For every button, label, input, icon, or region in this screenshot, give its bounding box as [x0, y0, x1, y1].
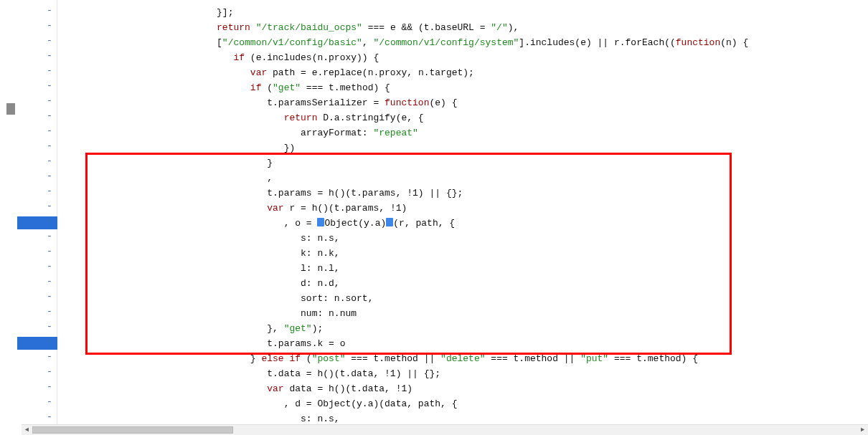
code-token: "/": [491, 22, 507, 33]
code-token: }): [284, 143, 296, 153]
code-line[interactable]: s: n.s,: [57, 231, 340, 246]
diff-minus-icon: -: [46, 125, 53, 136]
diff-minus-icon: -: [46, 321, 53, 332]
code-token: === t.method ||: [486, 353, 581, 364]
code-line[interactable]: s: n.s,: [57, 411, 340, 424]
code-token: (e) {: [429, 97, 457, 108]
diff-minus-icon: -: [46, 381, 53, 392]
code-token: , d = Object(y.a)(data, path, {: [284, 398, 458, 409]
code-line[interactable]: var data = h()(t.data, !1): [57, 381, 412, 396]
diff-minus-icon: -: [46, 201, 53, 211]
diff-minus-icon: -: [46, 411, 53, 422]
code-line[interactable]: , o = Object(y.a)(r, path, {: [57, 216, 455, 231]
code-token: D.a.stringify(e, {: [323, 113, 423, 123]
scroll-right-button[interactable]: ►: [857, 425, 868, 435]
code-line[interactable]: if ("get" === t.method) {: [57, 80, 390, 95]
scroll-thumb[interactable]: [32, 426, 233, 434]
diff-minus-icon: -: [46, 396, 53, 407]
code-line[interactable]: }: [57, 156, 273, 171]
code-token: function: [676, 37, 720, 48]
code-line[interactable]: ["/common/v1/config/basic", "/common/v1/…: [57, 35, 748, 50]
diff-minus-icon: -: [46, 186, 53, 196]
code-line[interactable]: }, "get");: [57, 321, 323, 336]
code-line[interactable]: return D.a.stringify(e, {: [57, 110, 424, 125]
code-line[interactable]: var path = e.replace(n.proxy, n.target);: [57, 65, 474, 80]
diff-minus-icon: -: [46, 110, 53, 121]
diff-minus-icon: -: [46, 366, 53, 377]
code-token: === e && (t.baseURL =: [362, 22, 491, 33]
inline-badge-icon: [317, 218, 324, 226]
code-token: [: [217, 37, 222, 48]
code-line[interactable]: t.params = h()(t.params, !1) || {};: [57, 186, 463, 201]
code-line[interactable]: var r = h()(t.params, !1): [57, 201, 407, 216]
code-line[interactable]: sort: n.sort,: [57, 291, 373, 306]
code-token: function: [385, 97, 429, 108]
code-token: var: [267, 383, 289, 394]
code-token: (n) {: [720, 37, 748, 48]
code-token: return: [284, 113, 324, 123]
code-token: s: n.s,: [301, 233, 340, 244]
code-token: s: n.s,: [301, 414, 340, 424]
diff-minus-icon: -: [46, 171, 53, 181]
code-line[interactable]: }): [57, 140, 295, 156]
code-token: if: [250, 82, 267, 93]
diff-minus-icon: -: [46, 20, 53, 31]
diff-minus-icon: -: [46, 80, 53, 91]
code-token: var: [267, 203, 289, 214]
horizontal-scrollbar[interactable]: ◄ ►: [22, 424, 868, 435]
diff-minus-icon: -: [46, 276, 53, 287]
code-line[interactable]: } else if ("post" === t.method || "delet…: [57, 351, 698, 366]
diff-minus-icon: -: [46, 261, 53, 272]
code-line[interactable]: if (e.includes(n.proxy)) {: [57, 50, 379, 65]
code-token: if: [233, 52, 250, 63]
code-token: , o =: [284, 218, 318, 229]
diff-minus-icon: -: [46, 156, 53, 166]
code-token: },: [267, 323, 283, 334]
code-token: d: n.d,: [301, 278, 340, 289]
diff-minus-icon: -: [46, 336, 53, 347]
overview-ruler-mark: [6, 103, 15, 115]
code-token: === t.method ||: [345, 353, 440, 364]
code-token: "/track/baidu_ocps": [256, 22, 362, 33]
code-token: ,: [362, 37, 374, 48]
code-token: data = h()(t.data, !1): [289, 383, 412, 394]
code-token: }];: [217, 7, 233, 18]
code-line[interactable]: return "/track/baidu_ocps" === e && (t.b…: [57, 20, 519, 35]
code-line[interactable]: t.data = h()(t.data, !1) || {};: [57, 366, 440, 381]
diff-minus-icon: -: [46, 65, 53, 76]
code-line[interactable]: arrayFormat: "repeat": [57, 125, 418, 140]
code-line[interactable]: d: n.d,: [57, 276, 340, 291]
code-token: "delete": [440, 353, 485, 364]
scroll-left-button[interactable]: ◄: [22, 425, 32, 435]
chevron-right-icon: ►: [861, 426, 864, 434]
diff-minus-icon: -: [46, 216, 53, 226]
code-token: t.params = h()(t.params, !1) || {};: [267, 188, 463, 199]
code-line[interactable]: t.params.k = o: [57, 336, 345, 351]
code-line[interactable]: , d = Object(y.a)(data, path, {: [57, 396, 457, 411]
code-token: === t.method) {: [301, 82, 390, 93]
code-line[interactable]: l: n.l,: [57, 261, 340, 276]
code-token: "/common/v1/config/basic": [222, 37, 362, 48]
code-line[interactable]: }];: [57, 5, 233, 20]
code-token: === t.method) {: [608, 353, 698, 364]
code-line[interactable]: ,: [57, 171, 273, 186]
code-line[interactable]: k: n.k,: [57, 246, 340, 261]
diff-minus-icon: -: [46, 5, 53, 16]
code-token: return: [217, 22, 256, 33]
scroll-track[interactable]: [32, 425, 857, 435]
diff-minus-icon: -: [46, 246, 53, 257]
code-line[interactable]: num: n.num: [57, 306, 357, 321]
code-token: ].includes(e) || r.forEach((: [519, 37, 675, 48]
code-area[interactable]: }]; return "/track/baidu_ocps" === e && …: [57, 0, 868, 424]
code-token: num: n.num: [301, 308, 357, 319]
code-line[interactable]: t.paramsSerializer = function(e) {: [57, 95, 458, 110]
code-token: (: [306, 353, 312, 364]
code-token: path = e.replace(n.proxy, n.target);: [273, 67, 474, 78]
diff-minus-icon: -: [46, 95, 53, 106]
code-token: "post": [312, 353, 346, 364]
code-token: (r, path, {: [393, 218, 455, 229]
code-token: "get": [284, 323, 312, 334]
code-token: l: n.l,: [301, 263, 340, 274]
diff-minus-icon: -: [46, 140, 53, 151]
diff-minus-icon: -: [46, 351, 53, 362]
